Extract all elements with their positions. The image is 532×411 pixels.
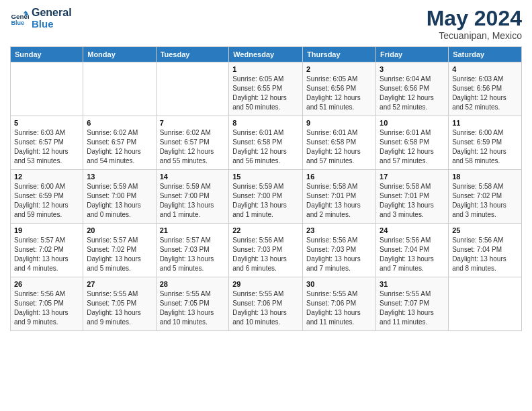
day-detail-8: Sunrise: 6:01 AMSunset: 6:58 PMDaylight:… [232,128,299,166]
week-row-2: 12Sunrise: 6:00 AMSunset: 6:59 PMDayligh… [11,170,522,224]
day-cell-23: 23Sunrise: 5:56 AMSunset: 7:03 PMDayligh… [303,224,376,277]
main-title: May 2024 [427,7,522,30]
svg-marker-2 [24,11,28,13]
day-cell-4: 4Sunrise: 6:03 AMSunset: 6:56 PMDaylight… [449,62,522,116]
day-detail-31: Sunrise: 5:55 AMSunset: 7:07 PMDaylight:… [380,289,445,327]
day-number-27: 27 [87,280,152,288]
day-number-30: 30 [306,280,372,288]
header-saturday: Saturday [449,47,522,62]
day-cell-15: 15Sunrise: 5:59 AMSunset: 7:00 PMDayligh… [229,170,303,224]
title-block: May 2024 Tecuanipan, Mexico [427,7,522,41]
logo: General Blue General Blue [10,7,72,30]
header-thursday: Thursday [303,47,376,62]
header-friday: Friday [376,47,449,62]
day-detail-30: Sunrise: 5:55 AMSunset: 7:06 PMDaylight:… [306,289,372,327]
day-detail-17: Sunrise: 5:58 AMSunset: 7:01 PMDaylight:… [380,182,445,220]
header: General Blue General Blue May 2024 Tecua… [10,7,522,41]
day-number-20: 20 [87,226,152,234]
day-cell-9: 9Sunrise: 6:01 AMSunset: 6:58 PMDaylight… [303,116,376,170]
day-cell-6: 6Sunrise: 6:02 AMSunset: 6:57 PMDaylight… [83,116,156,170]
week-row-0: 1Sunrise: 6:05 AMSunset: 6:55 PMDaylight… [11,62,522,116]
empty-cell [449,277,522,331]
day-number-15: 15 [232,173,299,181]
day-cell-11: 11Sunrise: 6:00 AMSunset: 6:59 PMDayligh… [449,116,522,170]
day-detail-15: Sunrise: 5:59 AMSunset: 7:00 PMDaylight:… [232,182,299,220]
day-detail-22: Sunrise: 5:56 AMSunset: 7:03 PMDaylight:… [232,236,299,273]
day-number-16: 16 [306,173,372,181]
day-cell-13: 13Sunrise: 5:59 AMSunset: 7:00 PMDayligh… [83,170,156,224]
day-detail-13: Sunrise: 5:59 AMSunset: 7:00 PMDaylight:… [87,182,152,220]
day-detail-4: Sunrise: 6:03 AMSunset: 6:56 PMDaylight:… [452,75,518,112]
day-number-19: 19 [14,226,79,234]
day-detail-11: Sunrise: 6:00 AMSunset: 6:59 PMDaylight:… [452,128,518,166]
day-number-25: 25 [452,226,518,234]
day-detail-23: Sunrise: 5:56 AMSunset: 7:03 PMDaylight:… [306,236,372,273]
day-cell-19: 19Sunrise: 5:57 AMSunset: 7:02 PMDayligh… [11,224,83,277]
day-detail-14: Sunrise: 5:59 AMSunset: 7:00 PMDaylight:… [160,182,226,220]
day-cell-18: 18Sunrise: 5:58 AMSunset: 7:02 PMDayligh… [449,170,522,224]
day-detail-21: Sunrise: 5:57 AMSunset: 7:03 PMDaylight:… [160,236,226,273]
day-number-31: 31 [380,280,445,288]
day-cell-22: 22Sunrise: 5:56 AMSunset: 7:03 PMDayligh… [229,224,303,277]
day-number-18: 18 [452,173,518,181]
day-cell-3: 3Sunrise: 6:04 AMSunset: 6:56 PMDaylight… [376,62,449,116]
day-number-24: 24 [380,226,445,234]
day-cell-7: 7Sunrise: 6:02 AMSunset: 6:57 PMDaylight… [156,116,229,170]
day-detail-27: Sunrise: 5:55 AMSunset: 7:05 PMDaylight:… [87,289,152,327]
day-number-3: 3 [380,65,445,73]
day-number-22: 22 [232,226,299,234]
day-cell-2: 2Sunrise: 6:05 AMSunset: 6:56 PMDaylight… [303,62,376,116]
day-cell-31: 31Sunrise: 5:55 AMSunset: 7:07 PMDayligh… [376,277,449,331]
day-detail-6: Sunrise: 6:02 AMSunset: 6:57 PMDaylight:… [87,128,152,166]
day-cell-29: 29Sunrise: 5:55 AMSunset: 7:06 PMDayligh… [229,277,303,331]
day-detail-5: Sunrise: 6:03 AMSunset: 6:57 PMDaylight:… [14,128,79,166]
svg-text:Blue: Blue [11,19,24,26]
day-detail-2: Sunrise: 6:05 AMSunset: 6:56 PMDaylight:… [306,75,372,112]
day-cell-25: 25Sunrise: 5:56 AMSunset: 7:04 PMDayligh… [449,224,522,277]
day-detail-10: Sunrise: 6:01 AMSunset: 6:58 PMDaylight:… [380,128,445,166]
day-number-17: 17 [380,173,445,181]
day-number-23: 23 [306,226,372,234]
day-number-29: 29 [232,280,299,288]
day-number-5: 5 [14,119,79,127]
day-cell-27: 27Sunrise: 5:55 AMSunset: 7:05 PMDayligh… [83,277,156,331]
day-detail-24: Sunrise: 5:56 AMSunset: 7:04 PMDaylight:… [380,236,445,273]
calendar-header-row: SundayMondayTuesdayWednesdayThursdayFrid… [11,47,522,62]
day-cell-20: 20Sunrise: 5:57 AMSunset: 7:02 PMDayligh… [83,224,156,277]
calendar-table: SundayMondayTuesdayWednesdayThursdayFrid… [10,46,522,331]
day-number-2: 2 [306,65,372,73]
subtitle: Tecuanipan, Mexico [427,30,522,41]
day-number-14: 14 [160,173,226,181]
day-number-4: 4 [452,65,518,73]
day-cell-8: 8Sunrise: 6:01 AMSunset: 6:58 PMDaylight… [229,116,303,170]
day-detail-26: Sunrise: 5:56 AMSunset: 7:05 PMDaylight:… [14,289,79,327]
day-detail-1: Sunrise: 6:05 AMSunset: 6:55 PMDaylight:… [232,75,299,112]
day-detail-19: Sunrise: 5:57 AMSunset: 7:02 PMDaylight:… [14,236,79,273]
logo-wordmark: General Blue [32,7,72,30]
day-detail-25: Sunrise: 5:56 AMSunset: 7:04 PMDaylight:… [452,236,518,273]
day-number-11: 11 [452,119,518,127]
day-detail-29: Sunrise: 5:55 AMSunset: 7:06 PMDaylight:… [232,289,299,327]
day-cell-14: 14Sunrise: 5:59 AMSunset: 7:00 PMDayligh… [156,170,229,224]
day-cell-30: 30Sunrise: 5:55 AMSunset: 7:06 PMDayligh… [303,277,376,331]
day-cell-21: 21Sunrise: 5:57 AMSunset: 7:03 PMDayligh… [156,224,229,277]
day-cell-1: 1Sunrise: 6:05 AMSunset: 6:55 PMDaylight… [229,62,303,116]
day-detail-20: Sunrise: 5:57 AMSunset: 7:02 PMDaylight:… [87,236,152,273]
day-detail-18: Sunrise: 5:58 AMSunset: 7:02 PMDaylight:… [452,182,518,220]
day-detail-12: Sunrise: 6:00 AMSunset: 6:59 PMDaylight:… [14,182,79,220]
day-number-12: 12 [14,173,79,181]
empty-cell [156,62,229,116]
week-row-1: 5Sunrise: 6:03 AMSunset: 6:57 PMDaylight… [11,116,522,170]
day-cell-24: 24Sunrise: 5:56 AMSunset: 7:04 PMDayligh… [376,224,449,277]
day-detail-28: Sunrise: 5:55 AMSunset: 7:05 PMDaylight:… [160,289,226,327]
day-detail-7: Sunrise: 6:02 AMSunset: 6:57 PMDaylight:… [160,128,226,166]
header-monday: Monday [83,47,156,62]
day-cell-10: 10Sunrise: 6:01 AMSunset: 6:58 PMDayligh… [376,116,449,170]
day-number-9: 9 [306,119,372,127]
day-detail-3: Sunrise: 6:04 AMSunset: 6:56 PMDaylight:… [380,75,445,112]
week-row-4: 26Sunrise: 5:56 AMSunset: 7:05 PMDayligh… [11,277,522,331]
day-number-10: 10 [380,119,445,127]
header-wednesday: Wednesday [229,47,303,62]
day-number-26: 26 [14,280,79,288]
day-cell-12: 12Sunrise: 6:00 AMSunset: 6:59 PMDayligh… [11,170,83,224]
